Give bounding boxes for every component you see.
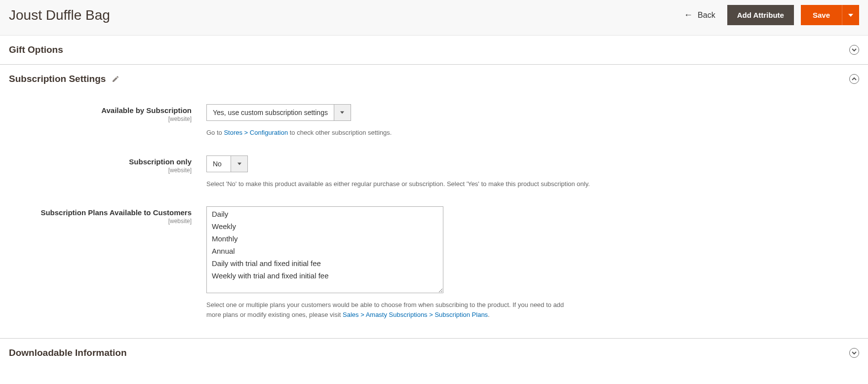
back-label: Back xyxy=(698,11,715,20)
note-prefix: Go to xyxy=(206,129,224,136)
available-by-subscription-select[interactable]: Yes, use custom subscription settings xyxy=(206,104,351,121)
field-label-col: Available by Subscription [website] xyxy=(9,104,206,122)
select-value: No xyxy=(207,156,231,172)
field-control-col: No Select 'No' to make this product avai… xyxy=(206,155,590,189)
field-label: Available by Subscription xyxy=(101,106,192,115)
section-title-label: Downloadable Information xyxy=(9,347,127,358)
field-note: Select 'No' to make this product availab… xyxy=(206,179,590,189)
subscription-plans-link[interactable]: Sales > Amasty Subscriptions > Subscript… xyxy=(343,311,488,318)
select-toggle[interactable] xyxy=(334,105,351,120)
field-scope: [website] xyxy=(9,167,192,174)
section-subscription-settings: Subscription Settings Available by Subsc… xyxy=(0,65,868,339)
header-actions: ← Back Add Attribute Save xyxy=(684,5,859,25)
collapse-toggle-icon[interactable] xyxy=(849,74,859,84)
arrow-left-icon: ← xyxy=(684,10,693,20)
save-split-button: Save xyxy=(801,5,859,25)
section-gift-options: Gift Options xyxy=(0,36,868,65)
section-body-subscription: Available by Subscription [website] Yes,… xyxy=(9,84,859,329)
select-value: Yes, use custom subscription settings xyxy=(207,105,334,120)
field-label: Subscription only xyxy=(129,157,192,166)
list-item[interactable]: Daily xyxy=(207,208,443,220)
section-header-subscription[interactable]: Subscription Settings xyxy=(9,74,859,84)
page-title: Joust Duffle Bag xyxy=(9,7,110,23)
field-note: Go to Stores > Configuration to check ot… xyxy=(206,128,392,138)
field-subscription-only: Subscription only [website] No Select 'N… xyxy=(9,155,859,189)
expand-toggle-icon[interactable] xyxy=(849,348,859,358)
triangle-down-icon xyxy=(237,162,241,166)
list-item[interactable]: Weekly with trial and fixed initial fee xyxy=(207,269,443,282)
field-control-col: DailyWeeklyMonthlyAnnualDaily with trial… xyxy=(206,206,572,319)
triangle-down-icon xyxy=(848,14,853,17)
note-suffix: . xyxy=(488,311,490,318)
list-item[interactable]: Daily with trial and fixed initial fee xyxy=(207,257,443,269)
section-title-label: Gift Options xyxy=(9,44,63,55)
field-label-col: Subscription only [website] xyxy=(9,155,206,174)
field-scope: [website] xyxy=(9,218,192,225)
section-downloadable-information: Downloadable Information xyxy=(0,339,868,367)
chevron-down-icon xyxy=(852,350,857,355)
triangle-down-icon xyxy=(340,111,344,115)
section-header-downloadable[interactable]: Downloadable Information xyxy=(9,347,859,358)
list-item[interactable]: Monthly xyxy=(207,232,443,245)
chevron-up-icon xyxy=(852,77,857,81)
pencil-icon[interactable] xyxy=(112,75,119,83)
subscription-only-select[interactable]: No xyxy=(206,155,248,172)
select-toggle[interactable] xyxy=(231,156,247,172)
page-header: Joust Duffle Bag ← Back Add Attribute Sa… xyxy=(0,0,868,36)
field-subscription-plans: Subscription Plans Available to Customer… xyxy=(9,206,859,319)
back-button[interactable]: ← Back xyxy=(684,10,715,20)
field-note: Select one or multiple plans your custom… xyxy=(206,300,572,319)
stores-configuration-link[interactable]: Stores > Configuration xyxy=(224,129,288,136)
field-scope: [website] xyxy=(9,115,192,122)
field-label-col: Subscription Plans Available to Customer… xyxy=(9,206,206,225)
note-suffix: to check other subscription settings. xyxy=(288,129,392,136)
list-item[interactable]: Annual xyxy=(207,245,443,257)
add-attribute-button[interactable]: Add Attribute xyxy=(727,5,794,25)
chevron-down-icon xyxy=(852,47,857,52)
save-button[interactable]: Save xyxy=(801,5,842,25)
save-dropdown-toggle[interactable] xyxy=(842,5,859,25)
subscription-plans-multiselect[interactable]: DailyWeeklyMonthlyAnnualDaily with trial… xyxy=(206,206,443,293)
expand-toggle-icon[interactable] xyxy=(849,45,859,55)
field-label: Subscription Plans Available to Customer… xyxy=(40,208,192,217)
section-title-label: Subscription Settings xyxy=(9,74,106,84)
list-item[interactable]: Weekly xyxy=(207,220,443,232)
field-available-by-subscription: Available by Subscription [website] Yes,… xyxy=(9,104,859,138)
field-control-col: Yes, use custom subscription settings Go… xyxy=(206,104,392,138)
section-header-gift-options[interactable]: Gift Options xyxy=(9,44,859,55)
